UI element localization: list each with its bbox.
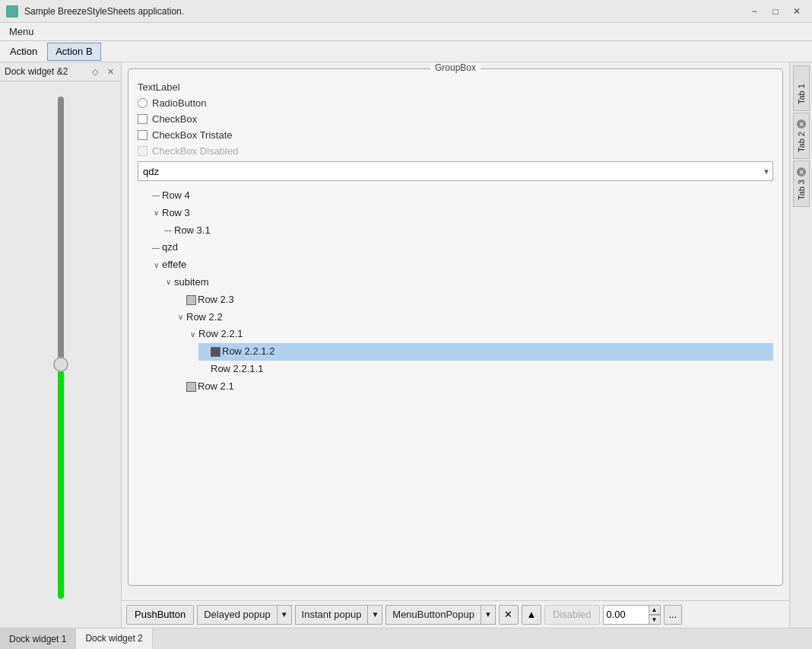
delayed-popup-button: Delayed popup ▼ [197, 605, 291, 625]
number-up-arrow[interactable]: ▲ [649, 605, 661, 615]
number-input[interactable] [603, 605, 649, 625]
instant-popup-main[interactable]: Instant popup [295, 605, 368, 625]
text-label-row: TextLabel [138, 81, 773, 93]
tab-2-close-icon[interactable]: ✕ [797, 119, 806, 129]
tab-3-label: Tab 3 [797, 180, 806, 200]
dock-title: Dock widget &2 [5, 66, 68, 77]
action-button-2[interactable]: Action B [47, 43, 100, 61]
tab-1[interactable]: Tab 1 [793, 65, 810, 111]
tree-expand-icon [176, 380, 185, 393]
text-label: TextLabel [138, 81, 180, 93]
instant-popup-arrow[interactable]: ▼ [367, 605, 382, 625]
tab-3[interactable]: Tab 3 ✕ [793, 161, 810, 207]
close-button[interactable]: ✕ [788, 4, 806, 19]
tree-row[interactable]: ∨ Row 3 [150, 205, 773, 222]
dropdown-select[interactable]: qdz qzd effefe [138, 161, 773, 181]
tree-expand-icon [200, 346, 209, 358]
checkbox-disabled-row: CheckBox Disabled [138, 145, 773, 157]
tree-expand-icon: ∨ [151, 259, 160, 272]
left-dock: Dock widget &2 ◇ ✕ [0, 62, 122, 628]
tree-item-label: Row 2.2.1.2 [222, 344, 274, 360]
tree-row[interactable]: — Row 3.1 [162, 222, 773, 240]
tree-item-label: Row 2.3 [198, 292, 234, 308]
delayed-popup-main[interactable]: Delayed popup [197, 605, 276, 625]
checkbox-tristate[interactable] [138, 130, 147, 140]
dock-tab-2[interactable]: Dock widget 2 [76, 628, 152, 649]
slider-handle[interactable] [53, 357, 68, 372]
dock-pin-icon[interactable]: ◇ [89, 65, 101, 78]
push-button[interactable]: PushButton [126, 605, 194, 625]
tree-expand-icon: ∨ [176, 311, 185, 323]
tree-row[interactable]: Row 2.2.1.2 [198, 343, 773, 361]
app-icon [6, 5, 18, 17]
tree-row[interactable]: — qzd [150, 239, 773, 256]
action-button-1[interactable]: Action [2, 43, 46, 61]
radio-button-label: RadioButton [152, 97, 207, 109]
menu-item-menu[interactable]: Menu [3, 24, 40, 39]
tree-item-label: Row 2.2.1.1 [211, 361, 263, 377]
groupbox: GroupBox TextLabel RadioButton CheckBox [128, 68, 783, 586]
delayed-popup-arrow[interactable]: ▼ [277, 605, 292, 625]
main-content: Dock widget &2 ◇ ✕ GroupBox TextLabel [0, 62, 812, 628]
tab-2-label: Tab 2 [797, 132, 806, 152]
tree-row[interactable]: Row 2.3 [174, 291, 773, 309]
checkbox-tristate-label: CheckBox Tristate [152, 129, 233, 141]
dock-tab-bar: Dock widget 1 Dock widget 2 [0, 628, 812, 649]
checkbox-disabled [138, 146, 147, 156]
checkbox-label: CheckBox [152, 113, 197, 125]
dock-tab-1[interactable]: Dock widget 1 [0, 628, 76, 649]
tree-expand-icon [176, 294, 185, 306]
number-arrows: ▲ ▼ [649, 605, 661, 625]
tree-item-label: Row 2.2 [186, 310, 223, 326]
tree-item-label: Row 2.2.1 [198, 326, 243, 342]
more-button[interactable]: ... [664, 605, 683, 625]
close-icon-button[interactable]: ✕ [499, 605, 519, 625]
menu-bar: Menu [0, 23, 812, 41]
tree-row[interactable]: ∨ subitem [162, 274, 773, 291]
dock-header: Dock widget &2 ◇ ✕ [0, 62, 121, 81]
tree-row[interactable]: ∨ Row 2.2 [174, 309, 773, 326]
tree-expand-icon: ∨ [163, 276, 173, 288]
tab-2[interactable]: Tab 2 ✕ [793, 113, 810, 159]
checkbox-disabled-label: CheckBox Disabled [152, 145, 238, 157]
maximize-button[interactable]: □ [766, 4, 785, 19]
checkbox-row: CheckBox [138, 113, 773, 125]
tree-item-label: Row 3.1 [174, 223, 211, 239]
window-title: Sample BreezeStyleSheets application. [24, 6, 739, 17]
tree-row[interactable]: ∨ Row 2.2.1 [186, 326, 773, 343]
tab-3-close-icon[interactable]: ✕ [797, 167, 806, 177]
number-down-arrow[interactable]: ▼ [649, 615, 661, 625]
slider-area [0, 81, 121, 628]
up-icon-button[interactable]: ▲ [522, 605, 541, 625]
tree-row[interactable]: Row 2.2.1.1 [198, 361, 773, 378]
tree-item-label: subitem [174, 275, 209, 291]
tree-check-icon [186, 295, 196, 305]
center-panel: GroupBox TextLabel RadioButton CheckBox [122, 62, 789, 628]
dock-close-icon[interactable]: ✕ [104, 65, 116, 78]
tree-row[interactable]: ∨ effefe [150, 256, 773, 274]
tree-item-label: Row 3 [162, 205, 190, 221]
radio-button[interactable] [138, 98, 147, 108]
dock-tab-1-label: Dock widget 1 [9, 634, 66, 644]
slider-track[interactable] [58, 97, 64, 599]
disabled-button: Disabled [544, 605, 600, 625]
slider-top [58, 97, 64, 371]
checkbox[interactable] [138, 114, 147, 124]
window-controls: − □ ✕ [745, 4, 806, 19]
tree-item-label: Row 2.1 [198, 379, 234, 395]
number-input-group: ▲ ▼ [603, 605, 661, 625]
tab-1-label: Tab 1 [797, 84, 806, 104]
tree-item-label: qzd [162, 240, 178, 256]
menu-button-popup-arrow[interactable]: ▼ [481, 605, 496, 625]
minimize-button[interactable]: − [745, 4, 763, 19]
tree-item-label: Row 4 [162, 188, 190, 204]
groupbox-area: GroupBox TextLabel RadioButton CheckBox [122, 62, 789, 600]
tree-check-icon [186, 382, 196, 392]
tree-row[interactable]: Row 2.1 [174, 378, 773, 396]
right-tab-bar: Tab 1 Tab 2 ✕ Tab 3 ✕ [789, 62, 812, 628]
tree-item-label: effefe [162, 257, 186, 273]
menu-button-popup-main[interactable]: MenuButtonPopup [385, 605, 481, 625]
tree-view: — Row 4 ∨ Row 3 — Row 3.1 — qzd [138, 184, 773, 399]
radio-button-row: RadioButton [138, 97, 773, 109]
tree-row[interactable]: — Row 4 [150, 187, 773, 205]
